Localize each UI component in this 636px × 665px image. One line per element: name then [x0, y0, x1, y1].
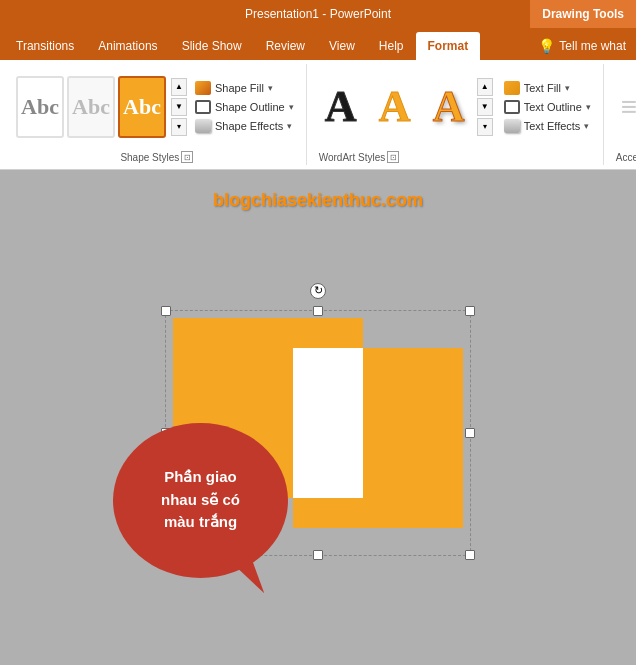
shape-effects-icon	[195, 119, 211, 133]
tab-format[interactable]: Format	[416, 32, 481, 60]
text-outline-label: Text Outline	[524, 101, 582, 113]
text-outline-icon	[504, 100, 520, 114]
text-fill-option[interactable]: Text Fill ▾	[500, 79, 595, 97]
accessibility-group: ≡ Accessibility	[604, 64, 636, 165]
title-bar-text: Presentation1 - PowerPoint	[245, 7, 391, 21]
watermark: blogchiasekienthuc.com	[213, 190, 423, 211]
shape-intersection	[293, 348, 363, 498]
shape-effects-chevron: ▾	[287, 121, 292, 131]
shape-fill-icon	[195, 81, 211, 95]
shape-styles-label[interactable]: Shape Styles ⊡	[116, 149, 197, 165]
shape-fill-option[interactable]: Shape Fill ▾	[191, 79, 298, 97]
wordart-style-1[interactable]: A	[315, 73, 367, 141]
handle-top-right[interactable]	[465, 306, 475, 316]
tab-help[interactable]: Help	[367, 32, 416, 60]
text-effects-label: Text Effects	[524, 120, 581, 132]
wordart-arrows: ▲ ▼ ▾	[477, 78, 493, 136]
handle-top-left[interactable]	[161, 306, 171, 316]
callout-text: Phần giao nhau sẽ có màu trắng	[151, 456, 250, 544]
handle-top-center[interactable]	[313, 306, 323, 316]
shape-outline-icon	[195, 100, 211, 114]
drawing-tools-label: Drawing Tools	[530, 0, 636, 28]
accessibility-label-text: Accessibility	[616, 152, 636, 163]
ribbon-tabs: Transitions Animations Slide Show Review…	[0, 28, 636, 60]
shape-style-arrows: ▲ ▼ ▾	[171, 78, 187, 136]
shape-style-scroll-down[interactable]: ▼	[171, 98, 187, 116]
tell-me-area[interactable]: 💡 Tell me what	[528, 32, 636, 60]
callout-line1: Phần giao	[164, 468, 236, 485]
text-effects-chevron: ▾	[584, 121, 589, 131]
text-fill-label: Text Fill	[524, 82, 561, 94]
shape-style-scroll-up[interactable]: ▲	[171, 78, 187, 96]
shape-style-expand[interactable]: ▾	[171, 118, 187, 136]
text-effects-icon	[504, 119, 520, 133]
wordart-style-2[interactable]: A	[369, 73, 421, 141]
text-outline-option[interactable]: Text Outline ▾	[500, 98, 595, 116]
shape-style-buttons: Abc Abc Abc ▲ ▼ ▾	[16, 76, 187, 138]
wordart-content: A A A ▲ ▼ ▾ Text Fill ▾ Text Outline	[315, 64, 595, 149]
tab-slideshow[interactable]: Slide Show	[170, 32, 254, 60]
tab-view[interactable]: View	[317, 32, 367, 60]
shapes-container[interactable]: ↻ Phần giao nhau sẽ có màu trắng	[173, 318, 463, 548]
wordart-expand[interactable]: ▾	[477, 118, 493, 136]
callout-bubble: Phần giao nhau sẽ có màu trắng	[113, 423, 288, 578]
tell-me-label: Tell me what	[559, 39, 626, 53]
shape-fill-chevron: ▾	[268, 83, 273, 93]
shape-styles-content: Abc Abc Abc ▲ ▼ ▾ Shape Fill ▾ Shape Out…	[16, 64, 298, 149]
shape-effects-option[interactable]: Shape Effects ▾	[191, 117, 298, 135]
text-outline-chevron: ▾	[586, 102, 591, 112]
shape-style-btn-2[interactable]: Abc	[67, 76, 115, 138]
accessibility-label[interactable]: Accessibility	[612, 150, 636, 165]
wordart-style-3[interactable]: A	[423, 73, 475, 141]
title-bar: Presentation1 - PowerPoint Drawing Tools	[0, 0, 636, 28]
wordart-scroll-down[interactable]: ▼	[477, 98, 493, 116]
wordart-scroll-up[interactable]: ▲	[477, 78, 493, 96]
shape-styles-group: Abc Abc Abc ▲ ▼ ▾ Shape Fill ▾ Shape Out…	[8, 64, 307, 165]
tab-animations[interactable]: Animations	[86, 32, 169, 60]
handle-middle-right[interactable]	[465, 428, 475, 438]
shape-effects-label: Shape Effects	[215, 120, 283, 132]
shape-fill-label: Shape Fill	[215, 82, 264, 94]
shape-outline-chevron: ▾	[289, 102, 294, 112]
shape-style-btn-1[interactable]: Abc	[16, 76, 64, 138]
rotate-handle[interactable]: ↻	[310, 283, 326, 299]
tab-review[interactable]: Review	[254, 32, 317, 60]
wordart-styles-group: A A A ▲ ▼ ▾ Text Fill ▾ Text Outline	[307, 64, 604, 165]
handle-bottom-right[interactable]	[465, 550, 475, 560]
wordart-expand-icon[interactable]: ⊡	[387, 151, 399, 163]
ribbon-content: Abc Abc Abc ▲ ▼ ▾ Shape Fill ▾ Shape Out…	[0, 60, 636, 170]
wordart-styles-label[interactable]: WordArt Styles ⊡	[315, 149, 595, 165]
text-fill-icon	[504, 81, 520, 95]
shape-style-btn-3[interactable]: Abc	[118, 76, 166, 138]
shape-styles-label-text: Shape Styles	[120, 152, 179, 163]
callout-line3: màu trắng	[164, 513, 237, 530]
text-effects-option[interactable]: Text Effects ▾	[500, 117, 595, 135]
tab-transitions[interactable]: Transitions	[4, 32, 86, 60]
shape-outline-label: Shape Outline	[215, 101, 285, 113]
shape-options: Shape Fill ▾ Shape Outline ▾ Shape Effec…	[191, 79, 298, 135]
callout-line2: nhau sẽ có	[161, 491, 240, 508]
wordart-styles-label-text: WordArt Styles	[319, 152, 386, 163]
text-fill-chevron: ▾	[565, 83, 570, 93]
shape-styles-expand-icon[interactable]: ⊡	[181, 151, 193, 163]
shape-outline-option[interactable]: Shape Outline ▾	[191, 98, 298, 116]
handle-bottom-center[interactable]	[313, 550, 323, 560]
wordart-letters: A A A ▲ ▼ ▾	[315, 73, 493, 141]
wordart-text-options: Text Fill ▾ Text Outline ▾ Text Effects …	[500, 79, 595, 135]
slide-area: blogchiasekienthuc.com ↻ Phần giao nhau …	[0, 170, 636, 665]
